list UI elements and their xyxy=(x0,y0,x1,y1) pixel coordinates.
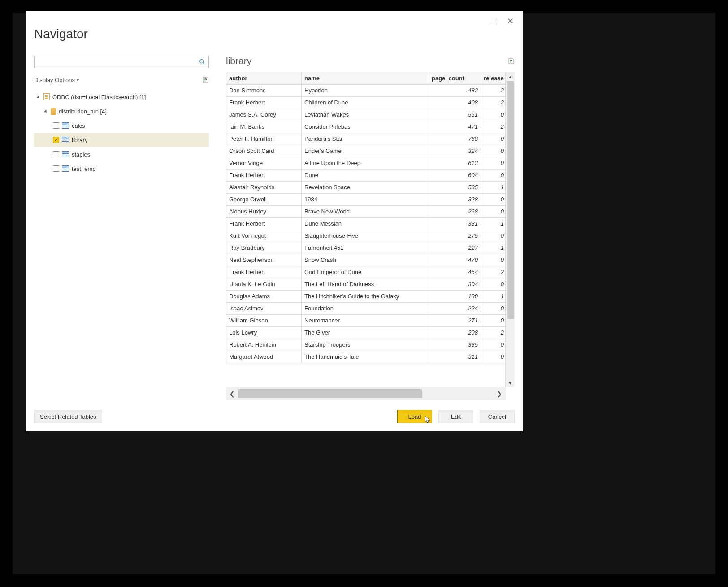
scroll-left-icon[interactable]: ❮ xyxy=(226,390,238,397)
tree-label: test_emp xyxy=(72,165,209,172)
preview-title: library xyxy=(226,56,251,66)
cell-author: Frank Herbert xyxy=(226,217,302,230)
tree-node-table[interactable]: ✓library xyxy=(34,133,209,147)
dialog-title: Navigator xyxy=(34,27,88,41)
table-checkbox[interactable] xyxy=(53,122,59,129)
scroll-right-icon[interactable]: ❯ xyxy=(493,390,506,397)
table-row[interactable]: Orson Scott CardEnder's Game3240 xyxy=(226,145,506,157)
table-row[interactable]: Douglas AdamsThe Hitchhiker's Guide to t… xyxy=(226,290,506,302)
tree-label: calcs xyxy=(72,122,209,129)
cell-release: 0 xyxy=(481,302,506,314)
tree-node-table[interactable]: staples xyxy=(34,147,209,161)
cancel-button[interactable]: Cancel xyxy=(480,410,515,423)
tree-node-table[interactable]: test_emp xyxy=(34,161,209,176)
col-header[interactable]: release_d xyxy=(481,72,506,84)
cell-author: Vernor Vinge xyxy=(226,157,302,169)
table-checkbox[interactable] xyxy=(53,165,59,172)
table-row[interactable]: Ray BradburyFahrenheit 4512271 xyxy=(226,242,506,254)
cell-name: Revelation Space xyxy=(302,181,429,193)
horizontal-scrollbar[interactable]: ❮ ❯ xyxy=(226,387,506,400)
datasource-icon xyxy=(43,93,50,100)
table-row[interactable]: Frank HerbertDune Messiah3311 xyxy=(226,217,506,230)
expand-arrow-icon xyxy=(37,95,41,99)
table-row[interactable]: Isaac AsimovFoundation2240 xyxy=(226,302,506,314)
table-row[interactable]: Frank HerbertDune6040 xyxy=(226,169,506,181)
table-row[interactable]: Frank HerbertGod Emperor of Dune4542 xyxy=(226,266,506,278)
table-row[interactable]: Frank HerbertChildren of Dune4082 xyxy=(226,96,506,109)
cell-author: Isaac Asimov xyxy=(226,302,302,314)
cell-name: Snow Crash xyxy=(302,254,429,266)
tree-label: library xyxy=(72,137,209,143)
refresh-preview-icon[interactable] xyxy=(507,57,515,65)
cell-author: Douglas Adams xyxy=(226,290,302,302)
cell-release: 0 xyxy=(481,339,506,351)
cell-name: The Handmaid's Tale xyxy=(302,351,429,363)
cell-name: Hyperion xyxy=(302,84,429,96)
scroll-track[interactable] xyxy=(506,81,515,378)
tree-node-datasource[interactable]: ODBC (dsn=Local Elasticsearch) [1] xyxy=(34,90,209,104)
refresh-icon[interactable] xyxy=(202,76,209,83)
cell-author: Ursula K. Le Guin xyxy=(226,278,302,290)
restore-icon[interactable] xyxy=(491,18,497,24)
col-header[interactable]: author xyxy=(226,72,302,84)
search-input[interactable] xyxy=(35,56,196,68)
cell-release: 0 xyxy=(481,193,506,205)
edit-button[interactable]: Edit xyxy=(438,410,473,423)
table-row[interactable]: Kurt VonnegutSlaughterhouse-Five2750 xyxy=(226,230,506,242)
table-row[interactable]: Alastair ReynoldsRevelation Space5851 xyxy=(226,181,506,193)
tree-node-schema[interactable]: distribution_run [4] xyxy=(34,104,209,118)
cell-page-count: 268 xyxy=(429,205,481,217)
col-header[interactable]: name xyxy=(302,72,429,84)
cell-release: 0 xyxy=(481,351,506,363)
table-row[interactable]: Peter F. HamiltonPandora's Star7680 xyxy=(226,133,506,145)
cell-release: 2 xyxy=(481,121,506,133)
cell-page-count: 613 xyxy=(429,157,481,169)
table-row[interactable]: George Orwell19843280 xyxy=(226,193,506,205)
table-row[interactable]: Neal StephensonSnow Crash4700 xyxy=(226,254,506,266)
load-button-label: Load xyxy=(408,413,421,420)
cell-page-count: 482 xyxy=(429,84,481,96)
cell-release: 0 xyxy=(481,278,506,290)
display-options-label: Display Options xyxy=(34,77,75,83)
cell-release: 2 xyxy=(481,326,506,339)
cell-author: William Gibson xyxy=(226,314,302,326)
table-row[interactable]: James S.A. CoreyLeviathan Wakes5610 xyxy=(226,109,506,121)
tree-node-table[interactable]: calcs xyxy=(34,118,209,133)
select-related-tables-button[interactable]: Select Related Tables xyxy=(34,410,102,423)
scroll-thumb[interactable] xyxy=(238,389,422,398)
cell-name: A Fire Upon the Deep xyxy=(302,157,429,169)
cell-author: Frank Herbert xyxy=(226,266,302,278)
close-icon[interactable]: ✕ xyxy=(507,18,514,24)
cell-page-count: 224 xyxy=(429,302,481,314)
cell-author: Kurt Vonnegut xyxy=(226,230,302,242)
scroll-up-icon[interactable]: ▴ xyxy=(506,72,515,81)
col-header[interactable]: page_count xyxy=(429,72,481,84)
table-row[interactable]: Vernor VingeA Fire Upon the Deep6130 xyxy=(226,157,506,169)
table-row[interactable]: Ursula K. Le GuinThe Left Hand of Darkne… xyxy=(226,278,506,290)
table-row[interactable]: Lois LowryThe Giver2082 xyxy=(226,326,506,339)
load-button[interactable]: Load xyxy=(397,410,432,423)
scroll-track[interactable] xyxy=(238,387,493,400)
table-row[interactable]: Iain M. BanksConsider Phlebas4712 xyxy=(226,121,506,133)
cell-name: Starship Troopers xyxy=(302,339,429,351)
table-checkbox[interactable]: ✓ xyxy=(53,137,59,143)
display-options-dropdown[interactable]: Display Options ▾ xyxy=(34,77,79,83)
mouse-cursor-icon xyxy=(425,416,431,425)
table-row[interactable]: Margaret AtwoodThe Handmaid's Tale3110 xyxy=(226,351,506,363)
table-row[interactable]: Robert A. HeinleinStarship Troopers3350 xyxy=(226,339,506,351)
cell-page-count: 561 xyxy=(429,109,481,121)
cell-name: Pandora's Star xyxy=(302,133,429,145)
scroll-down-icon[interactable]: ▾ xyxy=(506,378,515,387)
cell-name: Slaughterhouse-Five xyxy=(302,230,429,242)
cell-author: Iain M. Banks xyxy=(226,121,302,133)
cell-release: 1 xyxy=(481,290,506,302)
table-row[interactable]: William GibsonNeuromancer2710 xyxy=(226,314,506,326)
cell-name: Ender's Game xyxy=(302,145,429,157)
table-checkbox[interactable] xyxy=(53,151,59,157)
scroll-thumb[interactable] xyxy=(507,81,514,319)
table-row[interactable]: Aldous HuxleyBrave New World2680 xyxy=(226,205,506,217)
search-icon[interactable] xyxy=(196,56,208,68)
cell-name: Consider Phlebas xyxy=(302,121,429,133)
table-row[interactable]: Dan SimmonsHyperion4822 xyxy=(226,84,506,96)
vertical-scrollbar[interactable]: ▴ ▾ xyxy=(506,72,515,387)
